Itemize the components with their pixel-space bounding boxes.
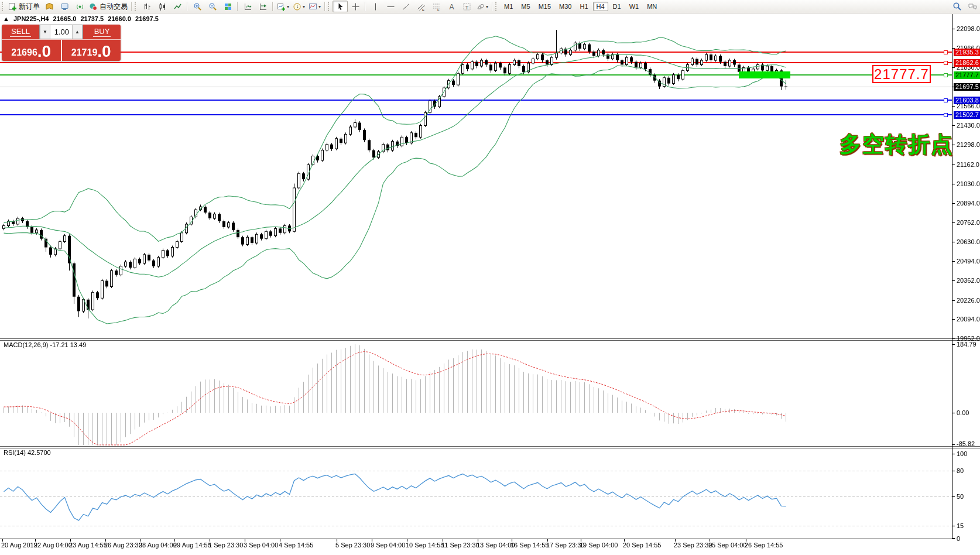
timeframe-m15[interactable]: M15 xyxy=(535,2,554,11)
highlight-zone[interactable] xyxy=(739,71,790,78)
candlestick-chart-button[interactable] xyxy=(155,1,170,12)
cursor-button[interactable] xyxy=(333,1,348,12)
new-chart-button[interactable]: ▾ xyxy=(275,1,291,12)
timeframe-mn[interactable]: MN xyxy=(643,2,660,11)
time-axis-label: 5 Sep 23:30 xyxy=(335,542,370,549)
fibonacci-button[interactable]: F xyxy=(429,1,444,12)
text-label-button[interactable]: T xyxy=(459,1,474,12)
toolbar: 新订单自动交易▾▾▾EFAT▾M1M5M15M30H1H4D1W1MN xyxy=(0,0,980,13)
timeframe-h4[interactable]: H4 xyxy=(593,2,608,11)
rsi-axis-label: 0 xyxy=(957,535,980,542)
equidistant-channel-button[interactable]: E xyxy=(413,1,429,12)
text-button[interactable]: A xyxy=(444,1,459,12)
signal-icon xyxy=(76,2,84,11)
price-callout[interactable]: 21777.7 xyxy=(872,65,931,83)
horizontal-line-21603.8[interactable] xyxy=(0,99,952,102)
svg-text:E: E xyxy=(422,8,424,11)
zoom-out-icon xyxy=(208,2,217,11)
auto-scroll-button[interactable] xyxy=(240,1,255,12)
time-axis-label: 9 Sep 04:00 xyxy=(371,542,405,549)
y-axis-label: 20226.0 xyxy=(957,297,980,304)
buy-price-main: 21719 xyxy=(71,45,98,60)
rsi-axis-label: 15 xyxy=(957,522,980,529)
volume-decrease-button[interactable]: ▼ xyxy=(40,25,50,39)
chart-shift-icon xyxy=(259,2,268,11)
buy-button[interactable]: BUY xyxy=(83,25,121,39)
volume-increase-button[interactable]: ▲ xyxy=(72,25,83,39)
trade-panel-prices: 21696 .0 21719 .0 xyxy=(2,39,121,61)
vertical-line-button[interactable] xyxy=(368,1,383,12)
chat-button[interactable] xyxy=(965,1,980,12)
cursor-icon xyxy=(336,2,345,11)
time-axis-label: 19 Sep 04:00 xyxy=(580,542,618,549)
bar-chart-button[interactable] xyxy=(139,1,155,12)
autotrading-icon xyxy=(89,2,98,11)
volume-input[interactable] xyxy=(50,25,72,39)
zoom-in-button[interactable] xyxy=(190,1,205,12)
toolbar-separator xyxy=(324,2,325,11)
time-axis-label: 17 Sep 23:30 xyxy=(546,542,584,549)
history-center-button[interactable] xyxy=(42,1,57,12)
line-chart-icon xyxy=(173,2,182,11)
signals-button[interactable] xyxy=(72,1,87,12)
trendline-button[interactable] xyxy=(398,1,413,12)
timeframe-h1[interactable]: H1 xyxy=(576,2,591,11)
y-axis-label: 20362.0 xyxy=(957,277,980,284)
zoom-out-button[interactable] xyxy=(205,1,220,12)
time-axis-label: 1 Sep 23:30 xyxy=(208,542,243,549)
sell-button-label: SELL xyxy=(10,27,31,37)
tile-windows-button[interactable] xyxy=(220,1,235,12)
chart-shift-button[interactable] xyxy=(255,1,270,12)
timeframe-m30[interactable]: M30 xyxy=(556,2,575,11)
annotation-text[interactable]: 多空转折点 xyxy=(839,130,954,159)
chevron-down-icon: ▾ xyxy=(318,4,321,9)
crosshair-button[interactable] xyxy=(348,1,363,12)
timeframe-m5[interactable]: M5 xyxy=(518,2,533,11)
terminal-button[interactable] xyxy=(57,1,72,12)
templates-button[interactable]: ▾ xyxy=(307,1,323,12)
timeframe-m1[interactable]: M1 xyxy=(501,2,516,11)
time-axis-label: 13 Sep 04:00 xyxy=(477,542,515,549)
time-axis-label: 22 Aug 04:00 xyxy=(34,542,72,549)
horizontal-line-21935.3[interactable] xyxy=(0,51,952,54)
horizontal-line-button[interactable] xyxy=(383,1,398,12)
y-axis-label: 22098.0 xyxy=(957,25,980,32)
fibonacci-icon: F xyxy=(432,2,441,11)
y-axis-label: 20894.0 xyxy=(957,200,980,207)
price-tag: 21935.3 xyxy=(954,49,980,56)
new-chart-icon xyxy=(277,2,286,11)
horizontal-line-21777.7[interactable] xyxy=(0,74,952,77)
new-order-icon xyxy=(8,2,17,11)
chart-title: ▲ JPN225-,H4 21665.0 21737.5 21660.0 216… xyxy=(3,15,161,22)
periods-button[interactable]: ▾ xyxy=(291,1,307,12)
collapse-arrow-icon[interactable]: ▲ xyxy=(3,15,9,22)
macd-axis-label: 184.79 xyxy=(957,341,980,348)
y-axis-label: 21030.0 xyxy=(957,180,980,187)
line-chart-button[interactable] xyxy=(170,1,185,12)
horizontal-line-21502.7[interactable] xyxy=(0,114,952,117)
search-button[interactable] xyxy=(950,1,965,12)
time-axis-label: 20 Aug 2019 xyxy=(1,542,37,549)
timeframe-w1[interactable]: W1 xyxy=(626,2,643,11)
horizontal-line-21862.6[interactable] xyxy=(0,61,952,64)
sell-button[interactable]: SELL xyxy=(2,25,39,39)
time-axis-label: 26 Aug 23:30 xyxy=(104,542,142,549)
svg-text:A: A xyxy=(449,3,454,11)
time-axis-label: 23 Sep 23:30 xyxy=(674,542,712,549)
horizontal-line-21697.5 xyxy=(0,85,952,88)
time-axis-label: 25 Sep 04:00 xyxy=(708,542,746,549)
shapes-button[interactable]: ▾ xyxy=(474,1,490,12)
new-order-button[interactable]: 新订单 xyxy=(6,1,42,12)
bar-chart-icon xyxy=(143,2,152,11)
toolbar-separator xyxy=(237,2,238,11)
macd-axis-label: 0.00 xyxy=(957,409,980,416)
ohlc-high: 21737.5 xyxy=(80,15,104,22)
trendline-icon xyxy=(402,2,410,11)
toolbar-separator xyxy=(492,2,493,11)
toolbar-separator xyxy=(187,2,188,11)
chart-canvas[interactable] xyxy=(0,0,980,555)
autotrading-button[interactable]: 自动交易 xyxy=(87,1,129,12)
toolbar-separator xyxy=(272,2,273,11)
timeframe-d1[interactable]: D1 xyxy=(609,2,625,11)
y-axis-label: 20494.0 xyxy=(957,258,980,265)
